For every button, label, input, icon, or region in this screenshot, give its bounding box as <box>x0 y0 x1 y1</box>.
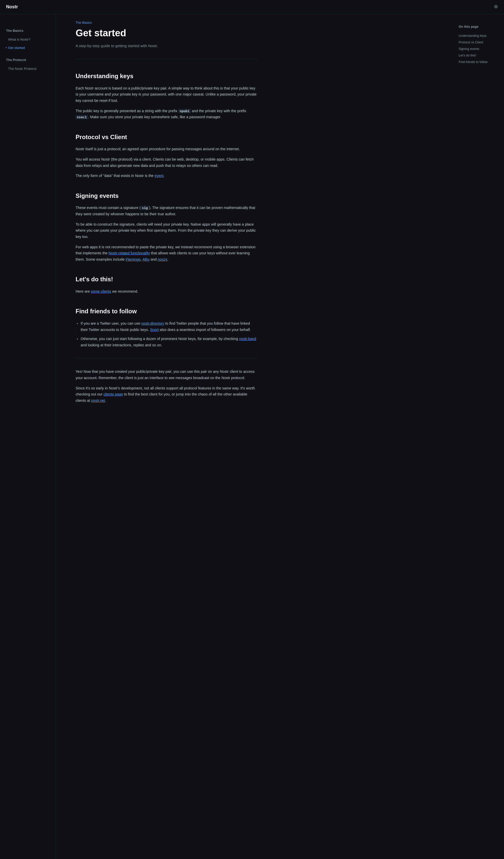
paragraph-after-keys-2: Since it's so early in Nostr's developme… <box>76 385 257 404</box>
sidebar-item-what-is-nostr[interactable]: What is Nostr? <box>6 35 55 44</box>
toc-item-find-friends[interactable]: Find friends to follow <box>459 59 499 65</box>
paragraph-protocol-3: The only form of "data" that exists in N… <box>76 173 257 179</box>
toc-item-signing-events[interactable]: Signing events <box>459 46 499 52</box>
section-heading-signing-events: Signing events <box>76 191 257 201</box>
page-subtitle: A step-by-step guide to getting started … <box>76 43 257 59</box>
paragraph-after-keys-1: Yes! Now that you have created your publ… <box>76 368 257 381</box>
link-nostr-net[interactable]: nostr.net <box>91 398 105 403</box>
sidebar-section-protocol: The Protocol <box>6 58 55 63</box>
link-nostr-functionality[interactable]: Nostr-related functionality <box>109 251 150 255</box>
link-clients-page[interactable]: clients page <box>103 392 123 396</box>
main-content: The Basics Get started A step-by-step gu… <box>56 0 272 428</box>
paragraph-signing-2: To be able to construct the signature, c… <box>76 221 257 240</box>
paragraph-signing-3: For web apps it is not recommended to pa… <box>76 244 257 262</box>
header-right: ⚙ <box>494 3 498 11</box>
list-item-nostr-band: Otherwise, you can just start following … <box>81 336 257 348</box>
toc-item-understanding-keys[interactable]: Understanding keys <box>459 32 499 39</box>
sidebar-item-protocol[interactable]: The Nostr Protocol <box>6 65 55 73</box>
sidebar-section-basics: The Basics <box>6 28 55 33</box>
link-some-clients[interactable]: some clients <box>91 289 111 293</box>
paragraph-protocol-2: You will access Nostr (the protocol) via… <box>76 156 257 169</box>
list-item-twitter: If you are a Twitter user, you can use n… <box>81 320 257 333</box>
paragraph-signing-1: These events must contain a signature (s… <box>76 205 257 217</box>
page-title: Get started <box>76 28 257 39</box>
toc-item-protocol-vs-client[interactable]: Protocol vs Client <box>459 39 499 46</box>
paragraph-lets-do-this: Here are some clients we recommend. <box>76 288 257 295</box>
link-event[interactable]: event <box>154 174 163 178</box>
code-npub1: npub1 <box>179 109 191 113</box>
link-snort[interactable]: Snort <box>150 328 159 332</box>
section-heading-protocol-vs-client: Protocol vs Client <box>76 132 257 142</box>
code-nsec1: nsec1 <box>76 115 88 119</box>
paragraph-understanding-keys-2: The public key is generally presented as… <box>76 108 257 120</box>
section-heading-lets-do-this: Let's do this! <box>76 274 257 284</box>
toc-item-lets-do-this[interactable]: Let's do this! <box>459 52 499 59</box>
link-nostr-directory[interactable]: nostr.directory <box>141 321 164 326</box>
header: Nostr ⚙ <box>0 0 504 14</box>
paragraph-protocol-1: Nostr itself is just a protocol; an agre… <box>76 146 257 152</box>
section-heading-find-friends: Find friends to follow <box>76 306 257 316</box>
toc-title: On this page <box>459 24 499 30</box>
header-logo: Nostr <box>6 3 18 11</box>
find-friends-list: If you are a Twitter user, you can use n… <box>81 320 257 348</box>
link-alby[interactable]: Alby <box>142 257 150 261</box>
sidebar: The Basics What is Nostr? Get started Th… <box>0 14 56 859</box>
paragraph-understanding-keys-1: Each Nostr account is based on a public/… <box>76 85 257 104</box>
toc-sidebar: On this page Understanding keys Protocol… <box>454 14 504 859</box>
breadcrumb: The Basics <box>76 20 257 26</box>
gear-icon[interactable]: ⚙ <box>494 3 498 11</box>
link-nostr-band[interactable]: nostr.band <box>239 337 256 341</box>
section-heading-understanding-keys: Understanding keys <box>76 71 257 81</box>
code-sig: sig <box>141 206 149 210</box>
sidebar-item-get-started[interactable]: Get started <box>6 44 55 52</box>
link-nos2x[interactable]: nos2x <box>158 257 168 261</box>
link-flamingo[interactable]: Flamingo <box>125 257 141 261</box>
